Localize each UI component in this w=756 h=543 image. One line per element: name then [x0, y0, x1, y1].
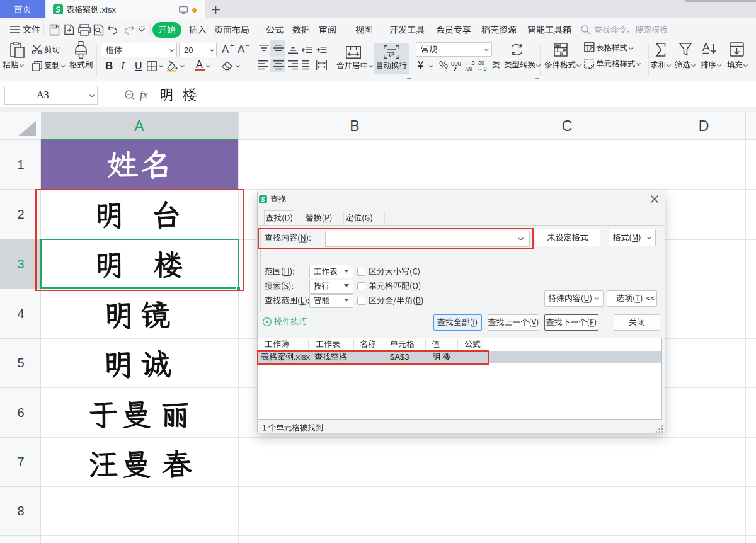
- svg-text:.00: .00: [465, 66, 472, 71]
- svg-text:→.0: →.0: [477, 66, 487, 71]
- svg-text:000: 000: [451, 60, 461, 67]
